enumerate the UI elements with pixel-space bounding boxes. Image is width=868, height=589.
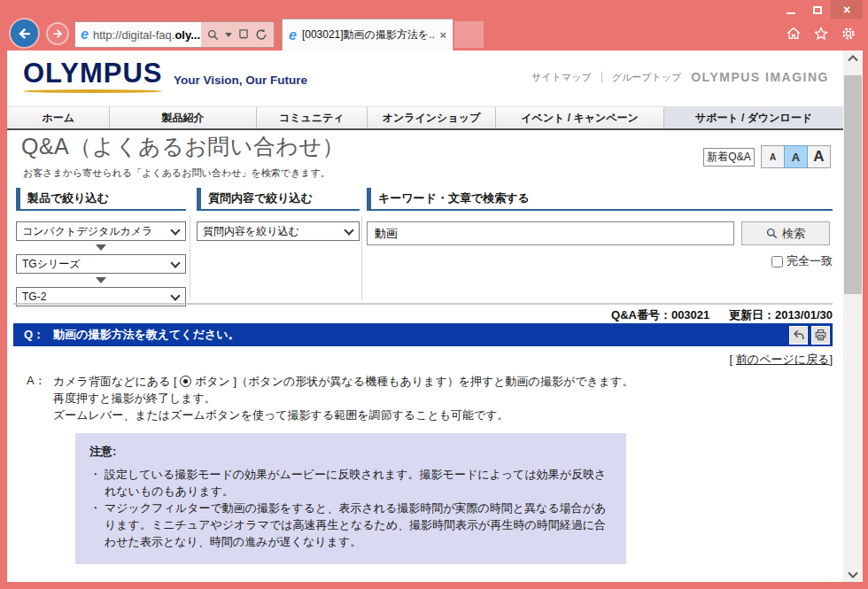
font-size-large-button[interactable]: A	[807, 145, 831, 168]
nav-item-home[interactable]: ホーム	[7, 107, 109, 128]
forward-button[interactable]	[46, 22, 69, 45]
scroll-up-button[interactable]	[843, 50, 863, 66]
exact-match-row: 完全一致	[367, 253, 833, 269]
ie-favicon: e	[81, 27, 89, 42]
return-button[interactable]	[789, 326, 808, 345]
record-button-icon	[180, 376, 191, 387]
search-button-label: 検索	[782, 226, 805, 242]
note-text: マジックフィルターで動画の撮影をすると、表示される撮影時間が実際の時間と異なる場…	[105, 500, 612, 550]
new-tab-button[interactable]	[454, 21, 484, 48]
font-size-medium-button[interactable]: A	[784, 145, 808, 168]
product-series-select[interactable]: TGシリーズ	[16, 254, 186, 274]
filter-section: 製品で絞り込む コンパクトデジタルカメラ TGシリーズ TG-2 質問内	[7, 188, 843, 303]
exact-match-label: 完全一致	[787, 253, 833, 269]
window-controls: ×	[778, 0, 863, 19]
note-bullet: ・	[89, 466, 105, 500]
note-text: 設定している撮影モードの効果がムービーに反映されます。撮影モードによっては効果が…	[105, 466, 612, 500]
back-link-bracket-close: ]	[829, 353, 833, 366]
maximize-icon	[813, 6, 822, 14]
filter-flow-arrow-icon	[96, 277, 106, 283]
filter-column-divider	[361, 216, 362, 300]
question-content-value: 質問内容を絞り込む	[203, 224, 299, 239]
answer-section: A： カメラ背面などにある [ ボタン ]（ボタンの形状が異なる機種もあります）…	[27, 373, 824, 423]
chevron-down-icon	[848, 571, 858, 578]
refresh-icon[interactable]	[255, 28, 267, 41]
back-link-bracket-open: [	[730, 353, 736, 366]
product-filter-heading: 製品で絞り込む	[16, 188, 186, 211]
search-icon[interactable]	[207, 29, 219, 41]
chevron-up-icon	[848, 55, 858, 62]
previous-page-link[interactable]: 前のページに戻る	[736, 353, 830, 366]
question-filter-column: 質問内容で絞り込む 質問内容を絞り込む	[197, 188, 360, 241]
question-bar: Q： 動画の撮影方法を教えてください。	[13, 323, 833, 346]
question-prefix: Q：	[24, 327, 44, 343]
page-subtitle: お客さまから寄せられる「よくあるお問い合わせ」を検索できます。	[23, 167, 330, 180]
olympus-imaging-logo: OLYMPUS IMAGING	[691, 70, 829, 84]
filter-flow-arrow-icon	[96, 244, 106, 251]
nav-item-events[interactable]: イベント / キャンペーン	[495, 107, 663, 128]
answer-line-2: 再度押すと撮影が終了します。	[53, 390, 633, 407]
url-text[interactable]: http://digital-faq.oly...	[93, 28, 200, 42]
nav-item-support[interactable]: サポート / ダウンロード	[663, 107, 843, 128]
note-bullet: ・	[89, 500, 105, 550]
chevron-down-icon	[170, 258, 180, 267]
olympus-logo-text: OLYMPUS	[23, 59, 162, 87]
answer-body: カメラ背面などにある [ ボタン ]（ボタンの形状が異なる機種もあります）を押す…	[53, 373, 633, 423]
page-content: OLYMPUS Your Vision, Our Future サイトマップ グ…	[7, 50, 843, 582]
olympus-logo[interactable]: OLYMPUS	[23, 59, 162, 93]
olympus-tagline: Your Vision, Our Future	[174, 74, 307, 87]
font-size-small-button[interactable]: A	[761, 145, 785, 168]
minimize-icon	[787, 12, 795, 14]
chevron-down-icon	[344, 225, 353, 235]
browser-tab[interactable]: e [003021]動画の撮影方法を... ×	[282, 19, 453, 50]
favorites-star-icon[interactable]	[813, 26, 829, 42]
sitemap-link[interactable]: サイトマップ	[531, 71, 592, 84]
address-bar[interactable]: e http://digital-faq.oly...	[74, 21, 275, 48]
nav-item-products[interactable]: 製品紹介	[109, 107, 255, 128]
question-text: 動画の撮影方法を教えてください。	[53, 327, 239, 343]
keyword-search-heading: キーワード・文章で検索する	[367, 188, 833, 211]
maximize-button[interactable]	[804, 0, 831, 19]
keyword-search-column: キーワード・文章で検索する 検索 完全一致	[367, 188, 833, 269]
close-button[interactable]: ×	[831, 0, 863, 19]
product-category-select[interactable]: コンパクトデジタルカメラ	[16, 221, 186, 241]
back-button[interactable]	[9, 18, 40, 49]
printer-icon	[814, 329, 827, 342]
answer-line1-text-b: ボタン ]（ボタンの形状が異なる機種もあります）を押すと動画の撮影ができます。	[191, 375, 633, 388]
font-size-buttons: A A A	[761, 145, 831, 168]
new-qa-button[interactable]: 新着Q&A	[703, 148, 755, 167]
home-icon[interactable]	[786, 26, 802, 42]
keyword-search-input[interactable]	[367, 221, 734, 245]
tab-close-icon[interactable]: ×	[439, 28, 446, 42]
note-box: 注意: ・ 設定している撮影モードの効果がムービーに反映されます。撮影モードによ…	[75, 433, 626, 564]
address-bar-buttons	[201, 22, 274, 47]
exact-match-checkbox[interactable]	[771, 256, 783, 267]
back-link-row: [ 前のページに戻る]	[730, 352, 833, 368]
search-button[interactable]: 検索	[741, 221, 830, 245]
compatibility-view-icon[interactable]	[238, 29, 249, 41]
question-bar-buttons	[789, 326, 833, 345]
tab-favicon: e	[289, 28, 297, 43]
print-button[interactable]	[811, 326, 830, 345]
browser-toolbar-icons	[786, 26, 856, 42]
qa-meta: Q&A番号：003021 更新日：2013/01/30	[611, 307, 833, 323]
undo-arrow-icon	[792, 329, 805, 342]
search-dropdown-icon[interactable]	[225, 33, 232, 37]
olympus-logo-swoosh	[23, 89, 162, 93]
main-nav: ホーム 製品紹介 コミュニティ オンラインショップ イベント / キャンペーン …	[7, 106, 843, 130]
back-arrow-icon	[17, 26, 33, 42]
grouptop-link[interactable]: グループトップ	[612, 71, 682, 84]
section-divider	[13, 303, 833, 305]
vertical-scrollbar[interactable]	[843, 50, 863, 582]
scrollbar-thumb[interactable]	[844, 75, 862, 294]
scroll-down-button[interactable]	[843, 567, 863, 582]
url-scheme: http://digital-faq.	[93, 28, 175, 42]
filter-column-divider	[190, 216, 190, 300]
nav-item-onlineshop[interactable]: オンラインショップ	[367, 107, 495, 128]
qa-number: Q&A番号：003021	[611, 308, 709, 322]
qa-updated-date: 更新日：2013/01/30	[729, 308, 833, 322]
settings-gear-icon[interactable]	[841, 26, 856, 42]
nav-item-community[interactable]: コミュニティ	[256, 107, 367, 128]
question-content-select[interactable]: 質問内容を絞り込む	[197, 221, 360, 241]
minimize-button[interactable]	[778, 0, 804, 19]
